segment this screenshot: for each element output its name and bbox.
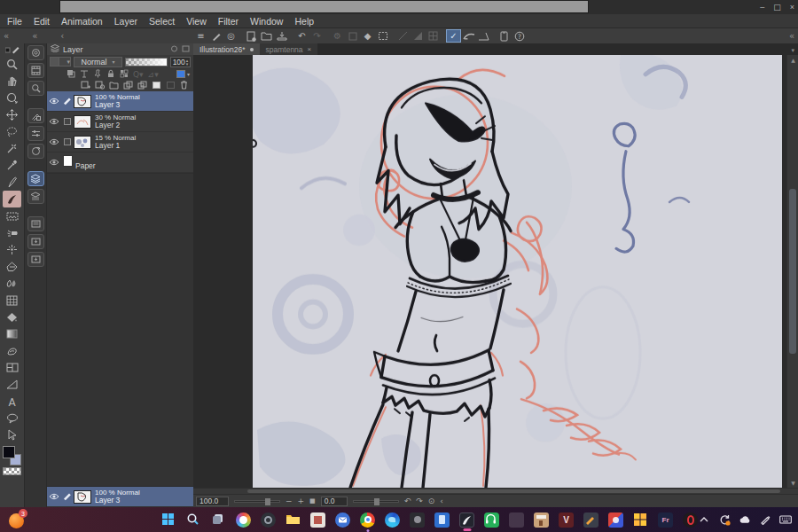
tab-illustration26[interactable]: Illustration26* [193, 43, 260, 55]
layer-palette-icon[interactable] [27, 171, 44, 186]
layer-property-panel-icon[interactable] [27, 189, 44, 204]
new-layer-settings-icon[interactable] [95, 81, 105, 91]
sub-view-panel-icon[interactable] [27, 81, 44, 96]
store-light-icon[interactable] [310, 512, 325, 528]
draw-target-pen-icon[interactable] [60, 492, 74, 501]
operation-tool-icon[interactable] [3, 426, 21, 443]
blend-tool-icon[interactable] [3, 275, 21, 292]
palette-handle-icon[interactable] [3, 44, 21, 56]
layer-row-paper[interactable]: Paper [47, 153, 193, 173]
zoom-value[interactable]: 100.0 [196, 497, 229, 506]
transfer-layer-icon[interactable] [123, 81, 133, 91]
canvas-viewport[interactable]: ▲ ▼ [193, 55, 798, 488]
horizontal-scrollbar[interactable] [193, 488, 798, 494]
visibility-eye-icon[interactable] [47, 138, 60, 145]
office-yellow-icon[interactable] [633, 512, 648, 528]
close-tab-icon[interactable]: × [308, 45, 312, 53]
visibility-eye-icon[interactable] [47, 98, 60, 105]
antialias-check-icon[interactable]: ✓ [446, 29, 461, 43]
canvas-paper[interactable] [253, 55, 782, 488]
collapse-right-icon[interactable]: « [789, 31, 798, 41]
brush-curve-icon[interactable] [461, 29, 476, 43]
clip-studio-paint-icon[interactable] [459, 512, 474, 528]
tab-spamtenna[interactable]: spamtenna × [260, 43, 318, 55]
decoration-tool-icon[interactable] [3, 207, 21, 224]
alpha-lock-icon[interactable] [80, 69, 89, 80]
auto-select-tool-icon[interactable] [3, 140, 21, 157]
layer-panel-tab[interactable]: Layer [63, 45, 83, 54]
ruler-menu-icon[interactable]: Q▾ [133, 70, 144, 79]
settings-dark-icon[interactable] [261, 512, 276, 528]
clip-at-layer-icon[interactable] [66, 69, 75, 80]
open-file-icon[interactable] [259, 29, 274, 43]
file-explorer-icon[interactable] [286, 512, 301, 528]
combine-layer-icon[interactable] [137, 81, 147, 91]
redo-icon[interactable]: ↷ [309, 29, 325, 43]
opera-icon[interactable] [683, 512, 698, 528]
opacity-value[interactable]: 100 ▴▾ [170, 57, 191, 67]
delete-layer-icon[interactable] [180, 80, 188, 91]
menu-layer[interactable]: Layer [114, 16, 147, 27]
eyedropper-tool-icon[interactable] [3, 157, 21, 174]
tab-overflow-icon[interactable]: ▾ [791, 47, 794, 54]
layer-thumbnail[interactable] [74, 95, 91, 108]
photo-editor-icon[interactable] [608, 512, 623, 528]
minimize-button[interactable]: – [760, 3, 764, 12]
zoom-in-icon[interactable]: + [298, 497, 305, 505]
new-folder-icon[interactable] [109, 81, 119, 91]
layer-checkbox[interactable] [60, 138, 74, 145]
vertical-scrollbar[interactable]: ▲ ▼ [786, 55, 798, 488]
tablet-icon[interactable] [497, 29, 512, 43]
menu-edit[interactable]: Edit [34, 16, 59, 27]
edge-icon[interactable] [385, 512, 400, 528]
pen-tool-icon[interactable] [3, 174, 21, 191]
menu-view[interactable]: View [186, 16, 216, 27]
ruler-tool-icon[interactable] [3, 376, 21, 393]
bottom-layer-row[interactable]: 100 % Normal Layer 3 [47, 487, 193, 507]
menu-select[interactable]: Select [149, 16, 184, 27]
chrome-icon[interactable] [360, 512, 375, 528]
layer-mask-icon[interactable] [152, 81, 161, 91]
lock-icon[interactable] [106, 69, 115, 80]
notification-app-icon[interactable]: 3 [9, 511, 27, 528]
zoom-slider[interactable] [234, 500, 280, 503]
snap-diamond-icon[interactable]: ◆ [360, 29, 375, 43]
navigator-panel-icon[interactable] [27, 45, 44, 60]
new-layer-icon[interactable] [81, 81, 90, 91]
notes-blue-icon[interactable] [434, 512, 450, 528]
layer-thumbnail[interactable] [74, 136, 91, 149]
pen-app-icon[interactable] [583, 512, 598, 528]
brush-size-panel-icon[interactable] [27, 126, 44, 141]
move-tool-icon[interactable] [3, 106, 21, 123]
text-tool-icon[interactable]: A [3, 393, 21, 410]
sync-icon[interactable] [718, 513, 731, 526]
ruler-grid-icon[interactable] [426, 29, 441, 43]
palette-color-swatch[interactable] [176, 70, 185, 78]
headset-app-icon[interactable] [484, 512, 499, 528]
snap-box-icon[interactable] [345, 29, 360, 43]
mask-apply-icon[interactable] [166, 81, 176, 91]
fill-tool-icon[interactable] [3, 309, 21, 325]
scroll-down-icon[interactable]: ▼ [787, 478, 798, 488]
collapse-panel-icon[interactable]: « [4, 31, 9, 41]
camera-app-icon[interactable] [410, 512, 425, 528]
paper-thumbnail[interactable] [59, 0, 589, 13]
rotation-slider[interactable] [353, 500, 399, 503]
opacity-slider[interactable] [125, 58, 168, 66]
export-icon[interactable] [274, 29, 289, 43]
timeline-panel-icon[interactable] [27, 63, 44, 78]
zoom-out-icon[interactable]: − [286, 497, 293, 505]
photos-icon[interactable] [236, 512, 251, 528]
visibility-eye-icon[interactable] [47, 118, 60, 125]
pen-input-icon[interactable] [759, 513, 771, 526]
reset-rotation-icon[interactable]: ⊙ [428, 497, 435, 505]
onedrive-cloud-icon[interactable] [739, 513, 751, 526]
rotate-canvas-tool-icon[interactable] [3, 90, 21, 106]
new-canvas-icon[interactable] [244, 29, 259, 43]
ruler-triangle-icon[interactable] [411, 29, 426, 43]
layer-row-layer3[interactable]: 100 % Normal Layer 3 [47, 91, 193, 112]
airbrush-tool-icon[interactable] [3, 224, 21, 241]
close-button[interactable]: × [790, 3, 794, 12]
menu-file[interactable]: File [7, 16, 32, 27]
mail-icon[interactable] [335, 512, 350, 528]
